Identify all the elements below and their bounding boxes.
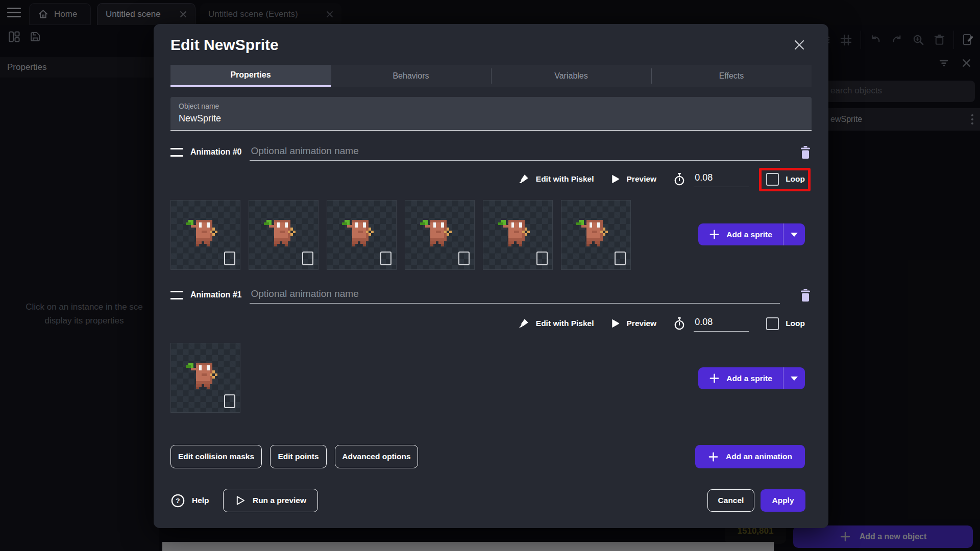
- animation-name-input[interactable]: [250, 143, 780, 161]
- frame-duration-group: [673, 171, 749, 187]
- pig-sprite-image: [420, 214, 454, 249]
- animation-1-toolbar: Edit with Piskel Preview Loop: [170, 313, 805, 334]
- loop-label: Loop: [786, 319, 805, 328]
- play-outline-icon: [235, 495, 246, 506]
- dialog-title: Edit NewSprite: [170, 36, 279, 54]
- brush-icon: [518, 318, 529, 329]
- play-icon: [610, 174, 620, 184]
- pig-sprite-image: [576, 214, 610, 249]
- animation-label: Animation #1: [190, 290, 241, 299]
- frame-checkbox[interactable]: [224, 252, 235, 265]
- frame-checkbox[interactable]: [224, 394, 235, 408]
- add-sprite-dropdown[interactable]: [783, 223, 805, 245]
- frame-checkbox[interactable]: [615, 252, 626, 265]
- drag-handle-icon[interactable]: [170, 291, 183, 299]
- sprite-frame[interactable]: [327, 200, 397, 270]
- edit-object-dialog: Edit NewSprite Properties Behaviors Vari…: [154, 24, 828, 528]
- loop-toggle-group: Loop: [766, 317, 805, 330]
- stopwatch-icon: [673, 317, 686, 331]
- preview-button[interactable]: Preview: [610, 174, 657, 184]
- animation-0-frames: [170, 200, 631, 270]
- advanced-options-button[interactable]: Advanced options: [335, 445, 418, 468]
- tab-properties[interactable]: Properties: [170, 65, 331, 87]
- pig-sprite-image: [341, 214, 376, 249]
- loop-checkbox[interactable]: [766, 173, 779, 186]
- animation-name-input[interactable]: [250, 286, 780, 304]
- help-button[interactable]: ? Help: [170, 489, 209, 512]
- animation-1-frames: [170, 343, 240, 413]
- brush-icon: [518, 173, 529, 185]
- plus-icon: [708, 452, 719, 462]
- dialog-close-button[interactable]: [792, 37, 807, 53]
- delete-animation-icon[interactable]: [799, 145, 812, 159]
- add-sprite-button[interactable]: Add a sprite: [698, 367, 805, 389]
- frame-checkbox[interactable]: [458, 252, 470, 265]
- frame-checkbox[interactable]: [302, 252, 313, 265]
- run-preview-button[interactable]: Run a preview: [223, 489, 318, 512]
- delete-animation-icon[interactable]: [799, 288, 812, 302]
- frame-duration-group: [673, 316, 749, 332]
- edit-with-piskel-button[interactable]: Edit with Piskel: [518, 318, 594, 329]
- stopwatch-icon: [673, 172, 686, 186]
- edit-collision-masks-button[interactable]: Edit collision masks: [170, 445, 262, 468]
- chevron-down-icon: [791, 377, 798, 381]
- edit-with-piskel-button[interactable]: Edit with Piskel: [518, 173, 594, 185]
- tab-effects[interactable]: Effects: [651, 65, 812, 87]
- pig-sprite-image: [263, 214, 298, 249]
- animation-0-header: Animation #0: [170, 142, 812, 162]
- frame-checkbox[interactable]: [380, 252, 391, 265]
- add-sprite-main[interactable]: Add a sprite: [698, 223, 783, 245]
- loop-label: Loop: [786, 174, 805, 184]
- pig-sprite-image: [185, 357, 220, 392]
- app-window: Home Untitled scene Untitled scene (Even…: [0, 0, 980, 551]
- sprite-frame[interactable]: [249, 200, 318, 270]
- sprite-frame[interactable]: [170, 343, 240, 413]
- animation-label: Animation #0: [190, 147, 241, 157]
- apply-button[interactable]: Apply: [761, 489, 805, 512]
- help-icon: ?: [170, 493, 185, 508]
- sprite-frame[interactable]: [561, 200, 631, 270]
- loop-checkbox[interactable]: [766, 317, 779, 330]
- tab-variables[interactable]: Variables: [491, 65, 651, 87]
- chevron-down-icon: [791, 233, 798, 237]
- add-sprite-button[interactable]: Add a sprite: [698, 223, 805, 245]
- add-sprite-main[interactable]: Add a sprite: [698, 367, 783, 389]
- plus-icon: [709, 229, 720, 240]
- tab-behaviors[interactable]: Behaviors: [331, 65, 491, 87]
- object-name-field[interactable]: Object name NewSprite: [170, 97, 812, 131]
- preview-button[interactable]: Preview: [610, 318, 657, 329]
- animation-1-header: Animation #1: [170, 285, 812, 305]
- add-sprite-dropdown[interactable]: [783, 367, 805, 389]
- frame-duration-input[interactable]: [694, 171, 749, 187]
- pig-sprite-image: [185, 214, 220, 249]
- dialog-tabs: Properties Behaviors Variables Effects: [170, 65, 812, 87]
- drag-handle-icon[interactable]: [170, 148, 183, 157]
- plus-icon: [709, 373, 720, 384]
- sprite-frame[interactable]: [405, 200, 475, 270]
- object-name-value: NewSprite: [179, 113, 803, 124]
- frame-checkbox[interactable]: [536, 252, 548, 265]
- svg-text:?: ?: [176, 497, 180, 505]
- play-icon: [610, 318, 620, 329]
- cancel-button[interactable]: Cancel: [707, 489, 754, 512]
- frame-duration-input[interactable]: [694, 316, 749, 332]
- sprite-frame[interactable]: [170, 200, 240, 270]
- add-animation-button[interactable]: Add an animation: [695, 445, 805, 468]
- edit-points-button[interactable]: Edit points: [270, 445, 327, 468]
- pig-sprite-image: [498, 214, 532, 249]
- object-name-label: Object name: [179, 102, 803, 110]
- loop-toggle-group: Loop: [766, 173, 805, 186]
- sprite-frame[interactable]: [483, 200, 553, 270]
- animation-0-toolbar: Edit with Piskel Preview Loop: [170, 168, 805, 190]
- close-icon: [793, 39, 805, 51]
